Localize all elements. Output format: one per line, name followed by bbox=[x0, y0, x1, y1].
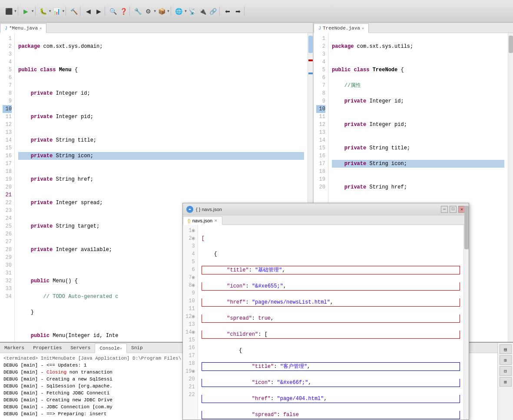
rln-6: 6 bbox=[316, 74, 325, 82]
toolbar-btn-next[interactable]: ➡ bbox=[233, 7, 243, 16]
dialog-file-tab[interactable]: {} navs.json ✕ bbox=[183, 216, 222, 225]
rln-9: 9 bbox=[316, 97, 325, 105]
rln-1: 1 bbox=[316, 35, 325, 43]
code-line-1: package com.sxt.sys.domain; bbox=[18, 43, 304, 50]
jln-15: 15 bbox=[185, 336, 195, 344]
json-dialog-scrollbar[interactable] bbox=[463, 225, 469, 420]
bottom-icon-1[interactable]: ▤ bbox=[500, 344, 512, 354]
toolbar-btn-prev[interactable]: ⬅ bbox=[223, 7, 232, 16]
ln-26: 26 bbox=[3, 230, 12, 238]
jln-2: 2◉ bbox=[185, 235, 195, 242]
toolbar-btn-forward[interactable]: ▶ bbox=[94, 7, 103, 16]
toolbar-btn-debug[interactable]: 🐛 bbox=[39, 7, 48, 16]
tab-console-close[interactable]: ✕ bbox=[120, 346, 122, 351]
code-line-12: private String href; bbox=[18, 175, 304, 183]
rln-12: 12 bbox=[316, 121, 325, 129]
jln-19: 19◉ bbox=[185, 367, 195, 375]
ln-28: 28 bbox=[3, 246, 12, 254]
toolbar-btn-help[interactable]: ❓ bbox=[119, 7, 128, 16]
tab-console[interactable]: Console ✕ bbox=[95, 344, 127, 353]
rcode-5: private Integer id; bbox=[332, 97, 504, 105]
ln-17: 17 bbox=[3, 160, 12, 168]
toolbar-btn-back[interactable]: ◀ bbox=[83, 7, 93, 16]
toolbar-btn-web[interactable]: 🌐 bbox=[174, 7, 184, 16]
toolbar-btn-tools1[interactable]: 🔧 bbox=[133, 7, 142, 16]
right-editor-tab[interactable]: J TreeNode.java ✕ bbox=[314, 23, 369, 33]
toolbar-group-arrows: ⬅ ➡ bbox=[222, 7, 245, 16]
left-editor-tab-close[interactable]: ✕ bbox=[40, 26, 42, 31]
left-scrollbar-thumb[interactable] bbox=[308, 36, 313, 53]
right-editor-scrollbar[interactable] bbox=[508, 33, 513, 342]
json-line-numbers: 1◉ 2◉ 3 4 5 6 7◉ 8◉ 9 10 11 12◉ 13 14◉ 1… bbox=[183, 225, 198, 420]
toolbar-btn-tools2[interactable]: ⚙ bbox=[143, 7, 153, 16]
ln-1: 1 bbox=[3, 35, 12, 43]
jline-6: "spread": true, bbox=[202, 314, 460, 323]
java-file-icon: J bbox=[5, 26, 7, 31]
tab-servers[interactable]: Servers bbox=[66, 343, 95, 353]
bottom-icon-4[interactable]: ⊠ bbox=[500, 377, 512, 387]
right-scrollbar-thumb[interactable] bbox=[509, 36, 513, 53]
rcode-9: private String title; bbox=[332, 144, 504, 152]
dialog-app-icon bbox=[186, 206, 193, 213]
toolbar-btn-ext[interactable]: 🔗 bbox=[209, 7, 218, 16]
dialog-title-left: { } navs.json bbox=[186, 206, 222, 213]
json-content[interactable]: [ { "title": "基础管理", "icon": "&#xe655;",… bbox=[198, 225, 463, 420]
dialog-tab-bar: {} navs.json ✕ bbox=[183, 215, 469, 225]
toolbar-btn-run[interactable]: ▶ bbox=[21, 7, 31, 16]
profile-chevron-icon[interactable]: ▼ bbox=[62, 9, 64, 13]
jline-8: { bbox=[202, 347, 460, 354]
tools2-chevron-icon[interactable]: ▼ bbox=[167, 9, 169, 13]
run-chevron-icon[interactable]: ▼ bbox=[32, 9, 34, 13]
ln-29: 29 bbox=[3, 254, 12, 261]
jln-20: 20 bbox=[185, 375, 195, 383]
rcode-1: package com.sxt.sys.utils; bbox=[332, 43, 504, 50]
ln-24: 24 bbox=[3, 215, 12, 222]
tab-markers[interactable]: Markers bbox=[0, 343, 29, 353]
rln-10: 10 bbox=[316, 105, 325, 113]
treenode-file-icon: J bbox=[318, 26, 321, 31]
tools-chevron-icon[interactable]: ▼ bbox=[154, 9, 156, 13]
rln-14: 14 bbox=[316, 136, 325, 144]
tab-snip[interactable]: Snip bbox=[127, 343, 147, 353]
toolbar-btn-profile[interactable]: 📊 bbox=[52, 7, 61, 16]
rcode-7: private Integer pid; bbox=[332, 121, 504, 129]
ln-2: 2 bbox=[3, 43, 12, 50]
left-editor-tab[interactable]: J *Menu.java ✕ bbox=[0, 23, 46, 33]
dialog-minimize-btn[interactable]: — bbox=[441, 206, 448, 213]
json-scrollbar-thumb[interactable] bbox=[464, 225, 469, 249]
debug-chevron-icon[interactable]: ▼ bbox=[49, 9, 51, 13]
toolbar-group-build: 🔨 bbox=[68, 7, 80, 16]
toolbar-btn-connect[interactable]: 🔌 bbox=[198, 7, 208, 16]
right-editor-tab-close[interactable]: ✕ bbox=[362, 26, 364, 31]
bottom-icon-2[interactable]: ⊞ bbox=[500, 355, 512, 365]
ln-11: 11 bbox=[3, 113, 12, 121]
toolbar: ⬛ ▼ ▶ ▼ 🐛 ▼ 📊 ▼ 🔨 ◀ ▶ 🔍 ❓ 🔧 ⚙ ▼ 📦 bbox=[0, 0, 513, 23]
toolbar-btn-tools3[interactable]: 📦 bbox=[157, 7, 166, 16]
code-line-10: private String icon; bbox=[18, 152, 304, 160]
ln-19: 19 bbox=[3, 175, 12, 183]
chevron-down-icon[interactable]: ▼ bbox=[14, 9, 17, 13]
dialog-title-text: { } navs.json bbox=[196, 207, 222, 212]
dialog-tab-close[interactable]: ✕ bbox=[214, 218, 218, 223]
web-chevron-icon[interactable]: ▼ bbox=[185, 9, 187, 13]
jln-7: 7◉ bbox=[185, 274, 195, 281]
jln-16: 16 bbox=[185, 344, 195, 352]
toolbar-group-nav: ◀ ▶ bbox=[82, 7, 105, 16]
rcode-12: private String href; bbox=[332, 183, 504, 191]
tab-properties[interactable]: Properties bbox=[29, 343, 66, 353]
code-line-9: private String title; bbox=[18, 136, 304, 144]
rln-8: 8 bbox=[316, 89, 325, 97]
ln-33: 33 bbox=[3, 285, 12, 293]
toolbar-btn-search[interactable]: 🔍 bbox=[108, 7, 118, 16]
bottom-icon-3[interactable]: ⊟ bbox=[500, 366, 512, 376]
ln-5: 5 bbox=[3, 66, 12, 74]
toolbar-btn-build[interactable]: 🔨 bbox=[69, 7, 79, 16]
tab-snip-label: Snip bbox=[131, 345, 142, 351]
rln-18: 18 bbox=[316, 168, 325, 175]
bottom-right-icons: ▤ ⊞ ⊟ ⊠ bbox=[497, 343, 513, 420]
dialog-tab-label: navs.json bbox=[192, 218, 212, 223]
toolbar-btn-new[interactable]: ⬛ bbox=[4, 7, 13, 16]
toolbar-btn-net[interactable]: 📡 bbox=[188, 7, 197, 16]
dialog-maximize-btn[interactable]: □ bbox=[450, 206, 457, 213]
jline-10: "icon": "&#xe66f;", bbox=[202, 379, 460, 387]
